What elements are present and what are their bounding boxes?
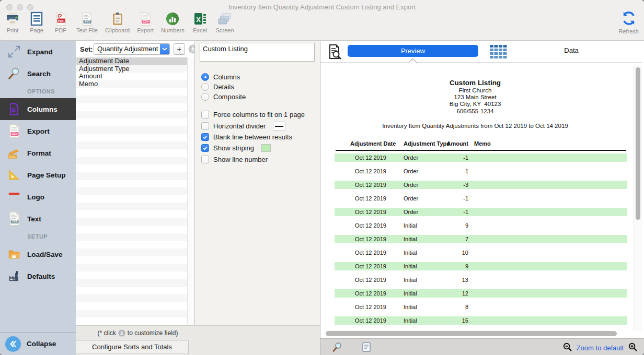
tab-preview[interactable]: Preview xyxy=(348,45,478,57)
vertical-scrollbar[interactable] xyxy=(634,65,642,331)
numbers-button[interactable]: Numbers xyxy=(161,10,185,33)
text-file-icon: TXT xyxy=(7,211,21,226)
document-lines-icon[interactable] xyxy=(361,342,372,354)
set-dropdown[interactable]: Quantity Adjustment ... xyxy=(94,43,170,55)
checkbox[interactable] xyxy=(201,156,209,163)
sidebar-item-label: Text xyxy=(27,215,41,223)
report-column-headers: Adjustment DateAdjustment TypeAmountMemo xyxy=(335,140,627,148)
stripe-color-swatch[interactable] xyxy=(261,144,271,152)
field-row[interactable]: Adjustment Type xyxy=(76,65,187,73)
sidebar-item-collapse[interactable]: Collapse xyxy=(0,332,76,355)
zoom-out-icon[interactable] xyxy=(562,342,572,354)
customize-hint: (* click to customize field) xyxy=(76,329,200,337)
checkbox[interactable] xyxy=(201,144,209,152)
refresh-button[interactable]: Refresh xyxy=(618,10,639,34)
report-cell: 9 xyxy=(429,262,468,270)
logo-icon xyxy=(7,190,21,204)
radio-composite[interactable]: Composite xyxy=(201,92,320,102)
report-cell: Oct 12 2019 xyxy=(355,221,386,230)
set-row: Set: Quantity Adjustment ... + xyxy=(76,41,200,57)
text-file-button[interactable]: TXTText File xyxy=(76,10,98,33)
sidebar-item-label: Columns xyxy=(27,105,58,113)
report-cell: Initial xyxy=(404,221,417,230)
print-button[interactable]: Print xyxy=(4,10,21,33)
checkbox-force-columns-to-fit-on-1-page[interactable]: Force columns to fit on 1 page xyxy=(201,109,320,120)
report-cell: 9 xyxy=(429,221,468,230)
horizontal-scrollbar-thumb[interactable] xyxy=(326,331,617,336)
report-subtitle: Inventory Item Quantity Adjustments from… xyxy=(320,123,630,129)
report-cell: 8 xyxy=(429,303,468,311)
radio-columns[interactable]: Columns xyxy=(201,72,320,82)
report-cell: Oct 12 2019 xyxy=(355,262,386,270)
field-row[interactable]: Memo xyxy=(76,80,187,88)
radio-button[interactable] xyxy=(201,93,209,101)
field-row-empty xyxy=(76,287,187,295)
sidebar-item-page-setup[interactable]: Page Setup xyxy=(0,164,76,186)
checkbox[interactable] xyxy=(201,122,209,130)
toolbar-button-label: Excel xyxy=(193,27,207,33)
radio-details[interactable]: Details xyxy=(201,82,320,92)
zoom-to-default-link[interactable]: Zoom to default xyxy=(577,344,624,352)
sidebar-item-columns[interactable]: Columns xyxy=(0,98,76,120)
sidebar-item-defaults[interactable]: Defaults xyxy=(0,265,76,287)
report-row: Oct 12 2019Order-3 xyxy=(335,181,627,189)
sidebar-item-label: Defaults xyxy=(27,273,55,280)
zoom-controls: Zoom to default xyxy=(562,342,638,354)
radio-label: Columns xyxy=(213,73,240,81)
toolbar-button-label: PDF xyxy=(55,27,66,33)
preview-bottombar: Zoom to default xyxy=(320,338,644,355)
magnifier-icon[interactable] xyxy=(332,342,342,354)
field-row-empty xyxy=(76,172,187,180)
field-row-empty xyxy=(76,103,187,111)
report-column-header: Memo xyxy=(474,140,491,147)
radio-button[interactable] xyxy=(201,83,209,91)
customize-circle-icon xyxy=(118,329,125,337)
checkbox-blank-line-between-results[interactable]: Blank line between results xyxy=(201,132,320,143)
report-row: Oct 12 2019Initial9 xyxy=(335,221,627,230)
radio-button[interactable] xyxy=(201,73,209,81)
sidebar-item-text[interactable]: TXTText xyxy=(0,208,76,230)
field-row-empty xyxy=(76,111,187,119)
report-cell: Oct 12 2019 xyxy=(355,167,386,175)
svg-text:X: X xyxy=(196,16,201,23)
report-row: Oct 12 2019Order-1 xyxy=(335,208,627,216)
sidebar-item-label: Search xyxy=(27,70,51,78)
vertical-scrollbar-thumb[interactable] xyxy=(636,67,640,220)
sidebar-item-search[interactable]: Search xyxy=(0,63,76,85)
preview-tabbar: Preview Data xyxy=(320,41,644,63)
zoom-in-icon[interactable] xyxy=(628,342,638,354)
sidebar-item-expand[interactable]: Expand xyxy=(0,41,76,63)
sidebar-item-format[interactable]: Format xyxy=(0,142,76,164)
tab-data[interactable]: Data xyxy=(530,46,613,54)
page-button[interactable]: Page xyxy=(28,10,45,33)
field-row-empty xyxy=(76,310,187,318)
pdf-button[interactable]: PDFPDF xyxy=(52,10,69,33)
field-list-scrollbar[interactable] xyxy=(187,57,194,325)
data-grid-icon[interactable] xyxy=(489,43,508,62)
screen-button[interactable]: Screen xyxy=(216,10,234,33)
checkbox[interactable] xyxy=(201,133,209,141)
sidebar-item-logo[interactable]: Logo xyxy=(0,186,76,208)
excel-button[interactable]: XExcel xyxy=(192,10,209,33)
listing-title-input[interactable]: Custom Listing xyxy=(200,43,315,62)
add-set-button[interactable]: + xyxy=(174,43,185,55)
configure-sorts-totals-button[interactable]: Configure Sorts and Totals xyxy=(76,340,189,354)
checkbox-show-line-number[interactable]: Show line number xyxy=(201,154,320,165)
field-row[interactable]: Amount xyxy=(76,73,187,80)
export-button[interactable]: CSVExport xyxy=(137,10,154,33)
checkbox-show-striping[interactable]: Show striping xyxy=(201,143,320,153)
preview-document-icon[interactable] xyxy=(326,43,342,62)
report-cell: Oct 12 2019 xyxy=(355,181,386,189)
layout-options: Custom Listing ColumnsDetailsComposite F… xyxy=(195,41,320,325)
checkbox[interactable] xyxy=(201,111,209,119)
checkbox-horizontal-divider[interactable]: Horizontal divider xyxy=(201,120,320,131)
clipboard-button[interactable]: Clipboard xyxy=(105,10,130,33)
sidebar-item-export[interactable]: CSVExport xyxy=(0,120,76,142)
report-row: Oct 12 2019Initial7 xyxy=(335,235,627,243)
sidebar-items: ExpandSearchOPTIONSColumnsCSVExportForma… xyxy=(0,41,76,287)
field-row[interactable]: Adjustment Date xyxy=(76,57,187,65)
field-row-empty xyxy=(76,218,187,226)
horizontal-divider-sample[interactable] xyxy=(273,122,285,131)
sidebar-item-load-save[interactable]: Load/Save xyxy=(0,243,76,265)
report-cell: -1 xyxy=(429,153,468,162)
